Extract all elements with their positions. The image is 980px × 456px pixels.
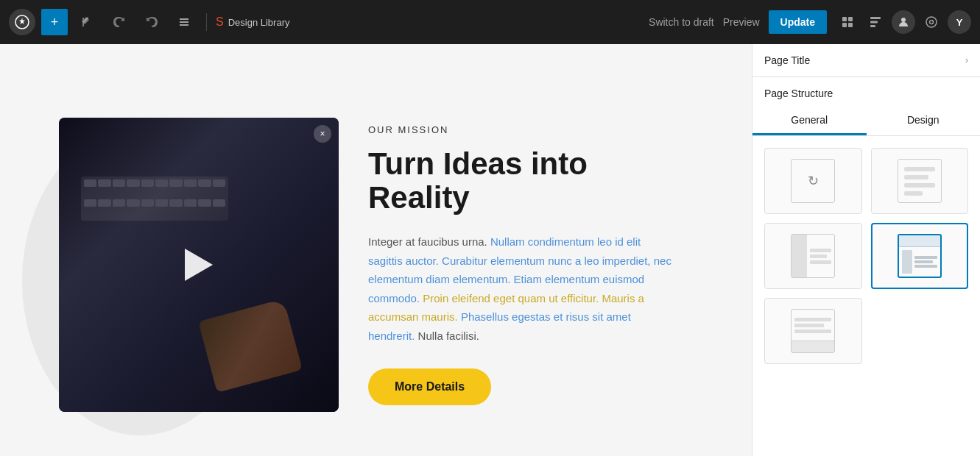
video-keyboard-visual <box>81 177 228 221</box>
preview-main-line <box>914 260 932 263</box>
svg-rect-9 <box>870 17 881 19</box>
canvas-content: × OUR MISSION Turn Ideas into Reality In… <box>0 44 752 456</box>
svg-point-14 <box>926 17 937 27</box>
page-title-row[interactable]: Page Title › <box>752 44 980 77</box>
right-sidebar: Page Title › Page Structure General Desi… <box>752 44 980 456</box>
layout-bottom-preview <box>791 309 835 353</box>
toolbar-right-icons: Y <box>836 10 971 34</box>
tools-button[interactable] <box>74 9 100 35</box>
layout-two-col-preview <box>791 234 835 278</box>
update-button[interactable]: Update <box>769 10 827 34</box>
video-block[interactable]: × <box>59 118 339 412</box>
preview-main-line <box>914 265 937 268</box>
patterns-button[interactable] <box>864 10 887 34</box>
preview-body <box>899 247 940 277</box>
redo-button[interactable] <box>138 9 165 35</box>
page-structure-label: Page Structure <box>752 77 980 99</box>
layout-lines-preview <box>898 159 942 203</box>
svg-rect-7 <box>842 23 847 27</box>
layout-header-content-preview <box>898 234 942 278</box>
svg-point-13 <box>930 21 934 24</box>
preview-header <box>899 235 940 247</box>
preview-bottom-line <box>794 329 831 333</box>
video-close-button[interactable]: × <box>314 125 331 143</box>
preview-line <box>904 183 935 188</box>
preview-footer-bar <box>792 341 834 352</box>
view-toggle-button[interactable] <box>836 10 859 34</box>
svg-rect-8 <box>848 23 853 27</box>
toolbar-divider <box>206 13 207 31</box>
toolbar: + S Design Library Switch to draft Previ… <box>0 0 980 44</box>
preview-bottom-body <box>792 310 834 341</box>
tabs-row: General Design <box>752 107 980 136</box>
preview-bottom-line <box>794 318 831 321</box>
preview-line <box>904 175 929 179</box>
svg-rect-6 <box>848 17 853 21</box>
refresh-icon: ↻ <box>808 173 819 189</box>
svg-point-12 <box>901 18 906 22</box>
user-avatar-button[interactable] <box>892 10 915 34</box>
svg-rect-5 <box>842 17 847 21</box>
mission-label: OUR MISSION <box>368 124 677 135</box>
wp-logo-icon[interactable] <box>9 9 35 35</box>
toolbar-right: Switch to draft Preview Update Y <box>649 10 971 34</box>
design-library-button[interactable]: S Design Library <box>216 15 290 29</box>
layout-card-lines[interactable] <box>871 148 969 214</box>
text-content: OUR MISSION Turn Ideas into Reality Inte… <box>368 124 677 405</box>
layout-card-single[interactable]: ↻ <box>764 148 862 214</box>
editor-canvas[interactable]: × OUR MISSION Turn Ideas into Reality In… <box>0 44 752 456</box>
switch-to-draft-button[interactable]: Switch to draft <box>649 16 714 28</box>
body-text-normal-1: Integer at faucibus urna. <box>368 235 490 248</box>
preview-bottom-line <box>794 324 824 327</box>
headline: Turn Ideas into Reality <box>368 147 677 215</box>
svg-rect-10 <box>870 21 878 24</box>
svg-rect-11 <box>870 25 875 27</box>
add-block-button[interactable]: + <box>41 9 68 35</box>
list-view-button[interactable] <box>171 9 197 35</box>
preview-line <box>904 167 935 171</box>
layout-single-icon: ↻ <box>791 159 835 203</box>
body-text: Integer at faucibus urna. Nullam condime… <box>368 232 677 345</box>
page-title-label: Page Title <box>764 54 810 66</box>
chevron-right-icon: › <box>965 55 968 65</box>
play-triangle-icon <box>185 249 213 281</box>
svg-rect-4 <box>180 24 188 26</box>
design-library-icon: S <box>216 15 224 29</box>
more-details-button[interactable]: More Details <box>368 368 491 405</box>
preview-main <box>914 250 937 274</box>
svg-rect-2 <box>180 18 188 20</box>
structure-grid: ↻ <box>752 136 980 376</box>
preview-col-line <box>810 254 828 258</box>
svg-rect-3 <box>180 21 188 23</box>
tab-general[interactable]: General <box>752 107 867 135</box>
layout-card-two-col[interactable] <box>764 223 862 289</box>
preview-col-line <box>810 249 832 252</box>
layout-card-header-content[interactable] <box>871 223 969 289</box>
settings-button[interactable] <box>920 10 943 34</box>
undo-button[interactable] <box>106 9 133 35</box>
main-area: × OUR MISSION Turn Ideas into Reality In… <box>0 44 980 456</box>
yoast-button[interactable]: Y <box>948 10 971 34</box>
preview-sidebar <box>902 250 912 274</box>
preview-col-line <box>810 260 832 264</box>
video-play-button[interactable] <box>177 243 221 287</box>
preview-col-left <box>792 235 806 277</box>
design-library-label: Design Library <box>228 17 290 28</box>
tab-design[interactable]: Design <box>867 107 981 135</box>
preview-button[interactable]: Preview <box>723 16 760 28</box>
preview-line <box>904 191 923 196</box>
preview-main-line <box>914 256 937 259</box>
body-text-normal-2: Nulla facilisi. <box>418 329 479 342</box>
content-wrapper: × OUR MISSION Turn Ideas into Reality In… <box>59 118 737 412</box>
preview-col-right <box>807 235 835 277</box>
layout-card-bottom[interactable] <box>764 298 862 364</box>
